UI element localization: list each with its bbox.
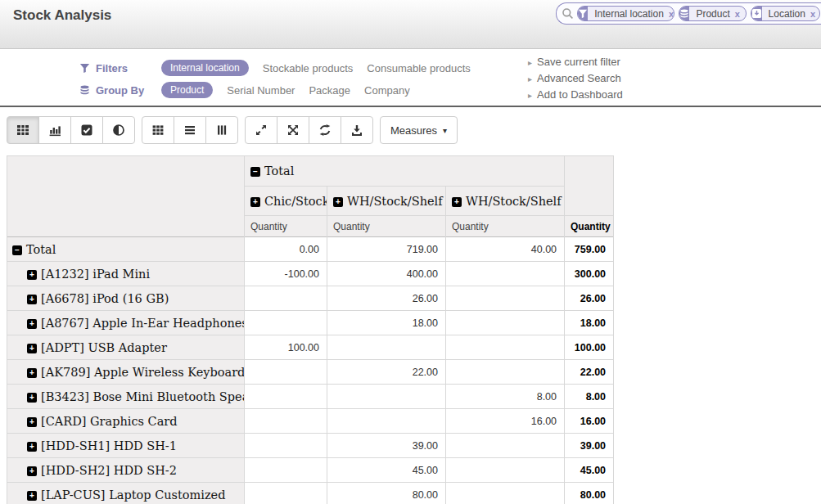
collapse-icon[interactable]: − <box>12 245 22 255</box>
cell-value: -100.00 <box>245 262 327 286</box>
cell-total: 100.00 <box>565 335 614 360</box>
adjust-contrast-icon <box>112 124 125 137</box>
group-by-option-company[interactable]: Company <box>364 84 410 97</box>
cell-value <box>245 483 327 504</box>
table-row: +[LAP-CUS] Laptop Customized 80.00 80.00 <box>7 483 614 504</box>
top-bar: Stock Analysis Internal location x Produ… <box>0 0 821 49</box>
table-row: +[A6678] iPod (16 GB) 26.00 26.00 <box>7 286 614 311</box>
rows-button[interactable] <box>174 116 206 144</box>
row-header-product[interactable]: +[B3423] Bose Mini Bluetooth Speaker <box>7 385 245 409</box>
cell-value <box>327 409 446 434</box>
group-by-option-package[interactable]: Package <box>309 84 350 97</box>
expand-icon[interactable]: + <box>27 368 37 378</box>
cell-value <box>245 409 327 434</box>
filter-option-stockable[interactable]: Stockable products <box>263 62 354 74</box>
cell-value: 0.00 <box>245 237 327 262</box>
refresh-button[interactable] <box>309 116 341 144</box>
expand-icon[interactable]: + <box>250 197 260 207</box>
expand-icon[interactable]: + <box>452 197 462 207</box>
facet-remove-icon[interactable]: x <box>669 9 674 19</box>
expand-icon[interactable]: + <box>27 270 37 280</box>
cell-value: 100.00 <box>245 335 327 360</box>
expand-icon[interactable]: + <box>27 491 37 501</box>
cell-total: 22.00 <box>565 360 614 385</box>
facet-remove-icon[interactable]: x <box>735 9 740 19</box>
expand-icon[interactable]: + <box>333 197 343 207</box>
columns-button[interactable] <box>205 116 238 144</box>
measure-header: Quantity <box>245 216 327 237</box>
check-square-icon <box>80 124 93 137</box>
search-facet-groupby[interactable]: Product x <box>679 6 746 21</box>
pivot-table-button[interactable] <box>7 116 39 144</box>
filter-pill-internal-location[interactable]: Internal location <box>161 60 249 76</box>
cell-value <box>245 311 327 335</box>
search-facet-filter[interactable]: Internal location x <box>577 6 674 21</box>
cell-value <box>446 311 565 335</box>
cell-total: 26.00 <box>565 286 614 311</box>
cell-value <box>446 458 565 483</box>
cell-value <box>245 458 327 483</box>
search-icon <box>561 7 575 20</box>
group-by-pill-product[interactable]: Product <box>161 82 213 98</box>
actions-group <box>245 116 373 154</box>
download-button[interactable] <box>341 116 373 144</box>
menu-arrow-icon: ▸ <box>528 58 532 67</box>
row-header-product[interactable]: +[LAP-CUS] Laptop Customized <box>7 483 245 504</box>
pivot-total-corner-cell <box>565 156 614 216</box>
arrows-alt-icon <box>286 124 300 137</box>
caret-down-icon: ▾ <box>443 126 447 135</box>
box-arrow-down-icon <box>751 7 762 20</box>
expand-icon[interactable]: + <box>27 319 37 329</box>
cell-value <box>446 360 565 385</box>
filter-option-consumable[interactable]: Consumable products <box>367 62 470 74</box>
row-header-product[interactable]: +[ADPT] USB Adapter <box>7 335 245 360</box>
layout-group <box>142 116 238 154</box>
search-bar[interactable]: Internal location x Product x Location x <box>556 2 821 25</box>
row-header-product[interactable]: +[A8767] Apple In-Ear Headphones <box>7 311 245 335</box>
search-facet-location[interactable]: Location x <box>751 6 821 21</box>
expand-icon[interactable]: + <box>27 442 37 452</box>
col-header-total[interactable]: −Total <box>245 156 565 187</box>
view-switch-group <box>7 116 135 154</box>
row-header-total[interactable]: −Total <box>7 237 245 262</box>
row-header-product[interactable]: +[HDD-SH2] HDD SH-2 <box>7 458 245 483</box>
menu-arrow-icon: ▸ <box>528 91 532 100</box>
filters-row: Filters Internal location Stockable prod… <box>79 60 485 76</box>
row-header-product[interactable]: +[A1232] iPad Mini <box>7 262 245 286</box>
cell-total: 45.00 <box>565 458 614 483</box>
col-header-chic-stock[interactable]: +Chic/Stock <box>245 187 327 216</box>
download-icon <box>350 124 363 137</box>
grid-button[interactable] <box>142 116 174 144</box>
expand-icon[interactable]: + <box>27 417 37 427</box>
cell-value: 719.00 <box>327 237 446 262</box>
expand-icon[interactable]: + <box>27 393 37 403</box>
expand-icon[interactable]: + <box>27 344 37 353</box>
row-header-product[interactable]: +[AK789] Apple Wireless Keyboard <box>7 360 245 385</box>
group-by-option-serial[interactable]: Serial Number <box>227 84 295 97</box>
table-row: +[A8767] Apple In-Ear Headphones 18.00 1… <box>7 311 614 335</box>
table-row: +[AK789] Apple Wireless Keyboard 22.00 2… <box>7 360 614 385</box>
row-header-product[interactable]: +[HDD-SH1] HDD SH-1 <box>7 434 245 458</box>
facet-remove-icon[interactable]: x <box>810 9 815 19</box>
cell-value <box>245 286 327 311</box>
check-square-button[interactable] <box>70 116 103 144</box>
table-row: +[CARD] Graphics Card 16.00 16.00 <box>7 409 614 434</box>
row-header-product[interactable]: +[CARD] Graphics Card <box>7 409 245 434</box>
col-header-wh-shelf-2[interactable]: +WH/Stock/Shelf 2 <box>446 187 565 216</box>
expand-button[interactable] <box>245 116 277 144</box>
expand-icon[interactable]: + <box>27 466 37 476</box>
cell-value <box>327 335 446 360</box>
measures-button[interactable]: Measures ▾ <box>380 116 458 144</box>
col-header-wh-shelf-1[interactable]: +WH/Stock/Shelf 1 <box>327 187 446 216</box>
cell-value: 8.00 <box>446 385 565 409</box>
collapse-icon[interactable]: − <box>250 167 260 177</box>
table-row: +[B3423] Bose Mini Bluetooth Speaker 8.0… <box>7 385 614 409</box>
fullscreen-button[interactable] <box>277 116 309 144</box>
add-to-dashboard-menu[interactable]: ▸Add to Dashboard <box>528 87 623 103</box>
bar-chart-button[interactable] <box>38 116 71 144</box>
contrast-button[interactable] <box>102 116 135 144</box>
expand-icon[interactable]: + <box>27 295 37 304</box>
advanced-search-menu[interactable]: ▸Advanced Search <box>528 70 623 87</box>
save-current-filter-menu[interactable]: ▸Save current filter <box>528 54 623 70</box>
row-header-product[interactable]: +[A6678] iPod (16 GB) <box>7 286 245 311</box>
